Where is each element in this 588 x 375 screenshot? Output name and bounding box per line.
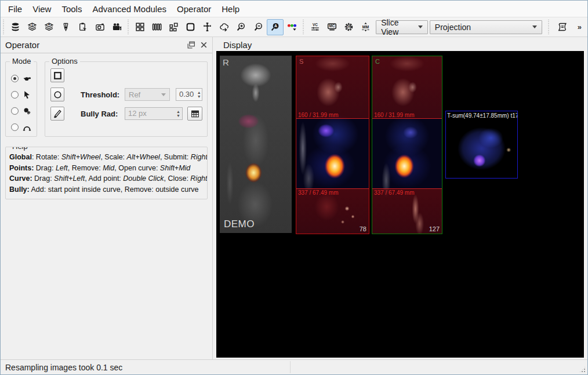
menu-file[interactable]: File bbox=[3, 2, 27, 16]
cloud-rotate-button[interactable] bbox=[216, 19, 233, 35]
vc-button[interactable]: VC bbox=[307, 19, 324, 35]
video-camera-icon bbox=[112, 22, 122, 32]
mode-bully-radio[interactable] bbox=[11, 107, 19, 115]
script-icon bbox=[557, 22, 567, 32]
operator-panel: Operator Mode bbox=[1, 37, 213, 359]
menu-bar: File View Tools Advanced Modules Operato… bbox=[1, 1, 587, 17]
cross-pin-button[interactable] bbox=[199, 19, 216, 35]
help-line-global: Global: Rotate: Shift+Wheel, Scale: Alt+… bbox=[9, 152, 207, 163]
viewport-projection[interactable]: R DEMO bbox=[220, 56, 292, 233]
operator-panel-titlebar: Operator bbox=[1, 37, 212, 53]
pen-nib-button[interactable] bbox=[57, 19, 74, 35]
zoom-auto-button[interactable]: A bbox=[267, 19, 284, 35]
crop-annotation: 160 / 31.99 mm bbox=[374, 112, 414, 118]
mode-option-draw[interactable] bbox=[11, 70, 37, 86]
svg-text:A: A bbox=[274, 24, 277, 28]
toolbar-overflow-button[interactable]: » bbox=[573, 21, 586, 32]
toolbar: 1 + A VC MC DM MM Slice View Projection bbox=[1, 17, 587, 37]
svg-text:MC: MC bbox=[329, 24, 335, 28]
spinner-arrows-icon[interactable]: ▲▼ bbox=[196, 89, 202, 100]
toolbar-drag-handle[interactable] bbox=[547, 20, 550, 35]
menu-help[interactable]: Help bbox=[216, 2, 245, 16]
dm-button[interactable]: DM bbox=[340, 19, 357, 35]
crop-annotation: 160 / 31.99 mm bbox=[298, 112, 338, 118]
grid-layout-button[interactable] bbox=[132, 19, 148, 35]
toolbar-drag-handle[interactable] bbox=[302, 20, 305, 35]
svg-text:MM: MM bbox=[362, 25, 369, 29]
help-group: Help Global: Rotate: Shift+Wheel, Scale:… bbox=[5, 147, 208, 199]
menu-view[interactable]: View bbox=[27, 2, 56, 16]
mode-option-bully[interactable] bbox=[11, 103, 37, 119]
brush-tool-button[interactable] bbox=[50, 107, 64, 121]
dm-icon: DM bbox=[344, 22, 354, 32]
mc-button[interactable]: MC bbox=[324, 19, 340, 35]
single-view-button[interactable] bbox=[182, 19, 199, 35]
zoom-out-icon bbox=[253, 22, 263, 32]
zoom-out-button[interactable] bbox=[249, 19, 266, 35]
cross-pin-icon bbox=[202, 22, 212, 32]
rgb-channels-icon bbox=[287, 22, 297, 32]
menu-advanced-modules[interactable]: Advanced Modules bbox=[87, 2, 172, 16]
display-panel: Display R DEMO S 160 / 31.99 mm 337 / 67… bbox=[216, 37, 587, 359]
options-group: Options Threshold: Ref bbox=[45, 61, 208, 137]
video-capture-button[interactable] bbox=[108, 19, 125, 35]
table-tool-button[interactable] bbox=[187, 107, 202, 121]
spinner-arrows-icon: ▲▼ bbox=[175, 108, 182, 119]
rgb-channels-button[interactable] bbox=[284, 19, 300, 35]
demo-watermark: DEMO bbox=[224, 219, 255, 230]
projection-combo[interactable]: Projection bbox=[430, 20, 542, 34]
mode-pointer-radio[interactable] bbox=[11, 91, 19, 99]
viewport-sagittal[interactable]: S 160 / 31.99 mm 337 / 67.49 mm 78 bbox=[296, 56, 369, 234]
mode-draw-radio[interactable] bbox=[11, 75, 19, 82]
layers-single-icon: 1 bbox=[27, 22, 37, 32]
camera-button[interactable] bbox=[91, 19, 108, 35]
display-canvas[interactable]: R DEMO S 160 / 31.99 mm 337 / 67.49 mm 7… bbox=[216, 51, 585, 358]
dataset-stack-button[interactable] bbox=[7, 19, 24, 35]
bully-rad-spin-value: 12 px bbox=[125, 108, 175, 119]
clipboard-capture-button[interactable] bbox=[74, 19, 91, 35]
mode-curve-radio[interactable] bbox=[11, 123, 19, 131]
svg-text:+: + bbox=[48, 23, 50, 27]
mixed-layout-button[interactable] bbox=[165, 19, 182, 35]
clipboard-capture-icon bbox=[78, 22, 88, 32]
help-line-bully: Bully: Add: start point inside curve, Re… bbox=[9, 184, 207, 195]
threshold-combo-value: Ref bbox=[129, 90, 140, 99]
column-layout-button[interactable] bbox=[148, 19, 165, 35]
menu-operator[interactable]: Operator bbox=[172, 2, 216, 16]
orientation-label: R bbox=[223, 57, 229, 67]
viewport-coronal[interactable]: C 160 / 31.99 mm 337 / 67.49 mm 127 bbox=[372, 56, 442, 234]
script-button[interactable] bbox=[551, 19, 573, 35]
svg-text:VC: VC bbox=[313, 23, 318, 27]
toolbar-drag-handle[interactable] bbox=[2, 20, 5, 35]
crop-annotation: 337 / 67.49 mm bbox=[374, 190, 414, 196]
mode-draw-icon bbox=[22, 74, 32, 83]
rectangle-tool-button[interactable] bbox=[50, 68, 64, 82]
t-sum-label: T-sum(49.74±17.85mm) t178 bbox=[447, 112, 518, 119]
mode-pointer-icon bbox=[22, 90, 32, 100]
toolbar-drag-handle[interactable] bbox=[127, 20, 130, 35]
threshold-spin-value: 0.30 bbox=[176, 89, 196, 100]
resize-grip[interactable] bbox=[579, 366, 586, 373]
bully-rad-spinbox: 12 px ▲▼ bbox=[125, 107, 183, 120]
close-panel-button[interactable] bbox=[198, 40, 209, 50]
circle-tool-button[interactable] bbox=[50, 88, 64, 101]
chevron-down-icon bbox=[532, 26, 537, 28]
single-view-icon bbox=[186, 22, 195, 32]
mode-option-pointer[interactable] bbox=[11, 86, 37, 103]
zoom-in-icon bbox=[236, 22, 246, 32]
zoom-in-button[interactable] bbox=[233, 19, 249, 35]
layers-add-button[interactable]: + bbox=[41, 19, 57, 35]
layers-single-button[interactable]: 1 bbox=[24, 19, 41, 35]
mode-option-curve[interactable] bbox=[11, 119, 37, 135]
column-layout-icon bbox=[152, 22, 162, 32]
dataset-stack-icon bbox=[10, 22, 20, 32]
viewport-transverse[interactable]: T-sum(49.74±17.85mm) t178 bbox=[445, 111, 518, 179]
menu-tools[interactable]: Tools bbox=[56, 2, 87, 16]
float-panel-button[interactable] bbox=[186, 40, 196, 50]
circle-icon bbox=[53, 90, 63, 100]
threshold-spinbox[interactable]: 0.30 ▲▼ bbox=[176, 88, 202, 101]
mm-button[interactable]: MM bbox=[357, 19, 374, 35]
slice-view-combo[interactable]: Slice View bbox=[376, 20, 428, 34]
main-area: Operator Mode bbox=[1, 37, 587, 359]
app-window: File View Tools Advanced Modules Operato… bbox=[0, 0, 588, 375]
